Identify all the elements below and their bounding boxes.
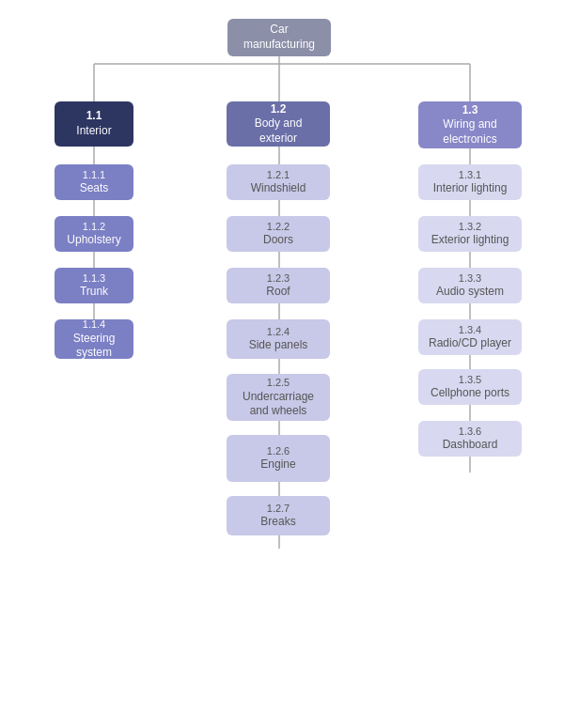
- node-1-1-4[interactable]: 1.1.4 Steering system: [55, 319, 133, 359]
- node-1-1-3-label: Trunk: [80, 285, 108, 300]
- body-num: 1.2: [271, 102, 287, 117]
- root-node: Car manufacturing: [227, 19, 331, 56]
- node-1-2-4[interactable]: 1.2.4 Side panels: [227, 319, 330, 359]
- node-1-1-3-num: 1.1.3: [83, 271, 105, 285]
- node-1-3-3[interactable]: 1.3.3 Audio system: [418, 268, 522, 303]
- node-interior-header[interactable]: 1.1 Interior: [55, 101, 133, 147]
- org-chart: Car manufacturing 1.1 Interior 1.1.1 Sea…: [0, 0, 564, 728]
- node-1-3-2[interactable]: 1.3.2 Exterior lighting: [418, 216, 522, 252]
- wiring-label: Wiring and electronics: [426, 117, 514, 147]
- node-1-2-3[interactable]: 1.2.3 Roof: [227, 268, 330, 303]
- node-1-1-1[interactable]: 1.1.1 Seats: [55, 164, 133, 200]
- node-1-2-2[interactable]: 1.2.2 Doors: [227, 216, 330, 252]
- root-label: Car manufacturing: [235, 23, 323, 52]
- node-1-1-4-num: 1.1.4: [83, 318, 105, 331]
- node-1-1-2-num: 1.1.2: [83, 220, 105, 233]
- node-1-3-6[interactable]: 1.3.6 Dashboard: [418, 421, 522, 457]
- node-1-3-1[interactable]: 1.3.1 Interior lighting: [418, 164, 522, 200]
- node-1-3-4[interactable]: 1.3.4 Radio/CD player: [418, 319, 522, 355]
- node-1-1-2[interactable]: 1.1.2 Upholstery: [55, 216, 133, 252]
- node-1-1-3[interactable]: 1.1.3 Trunk: [55, 268, 133, 303]
- node-1-2-7[interactable]: 1.2.7 Breaks: [227, 496, 330, 535]
- node-1-2-1[interactable]: 1.2.1 Windshield: [227, 164, 330, 200]
- node-1-2-5[interactable]: 1.2.5 Undercarriage and wheels: [227, 374, 330, 421]
- node-1-2-6[interactable]: 1.2.6 Engine: [227, 435, 330, 482]
- node-1-3-5[interactable]: 1.3.5 Cellphone ports: [418, 369, 522, 405]
- node-1-1-1-num: 1.1.1: [83, 168, 105, 181]
- body-label: Body and exterior: [234, 116, 322, 146]
- interior-num: 1.1: [86, 109, 102, 124]
- node-1-1-4-label: Steering system: [62, 332, 126, 361]
- node-body-header[interactable]: 1.2 Body and exterior: [227, 101, 330, 147]
- wiring-num: 1.3: [462, 103, 478, 118]
- interior-label: Interior: [76, 124, 111, 139]
- node-1-1-2-label: Upholstery: [67, 233, 120, 248]
- node-1-1-1-label: Seats: [80, 181, 109, 196]
- node-wiring-header[interactable]: 1.3 Wiring and electronics: [418, 101, 522, 148]
